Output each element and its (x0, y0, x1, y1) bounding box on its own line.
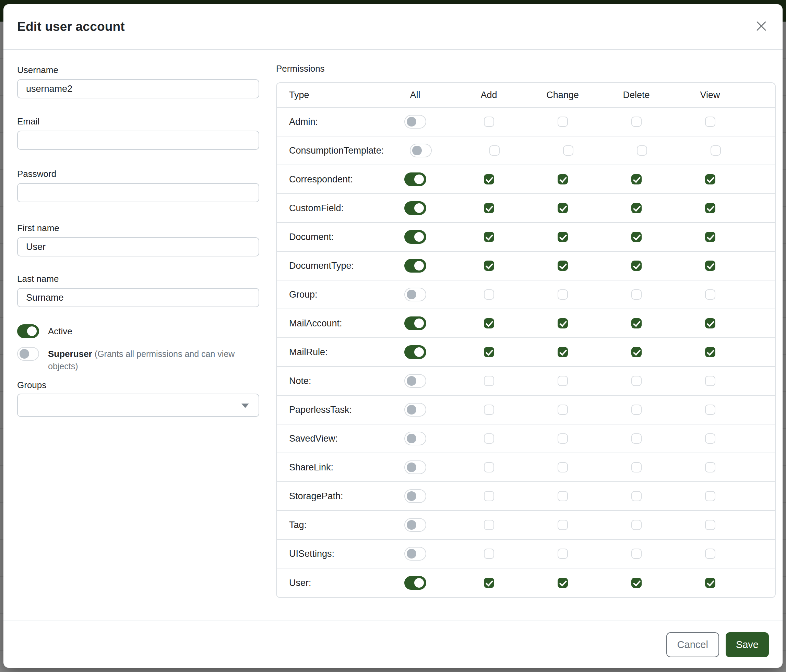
permission-delete-checkbox[interactable] (631, 261, 641, 271)
permission-change-checkbox[interactable] (558, 520, 568, 530)
permission-view-checkbox[interactable] (705, 261, 715, 271)
permission-change-checkbox[interactable] (558, 261, 568, 271)
permission-add-checkbox[interactable] (484, 462, 494, 473)
permission-delete-checkbox[interactable] (631, 232, 641, 242)
permission-view-checkbox[interactable] (705, 462, 715, 473)
permission-all-toggle[interactable] (404, 460, 426, 474)
permission-add-checkbox[interactable] (484, 318, 494, 328)
permission-delete-checkbox[interactable] (631, 318, 641, 328)
permission-change-checkbox[interactable] (558, 549, 568, 559)
permission-all-toggle[interactable] (404, 259, 426, 273)
permission-add-checkbox[interactable] (484, 549, 494, 559)
permission-change-checkbox[interactable] (558, 376, 568, 386)
permission-all-toggle[interactable] (404, 115, 426, 129)
email-input[interactable] (17, 130, 259, 150)
first-name-input[interactable] (17, 237, 259, 256)
permission-delete-checkbox[interactable] (631, 116, 641, 127)
permission-row: MailAccount: (277, 309, 775, 338)
permission-all-toggle[interactable] (404, 518, 426, 532)
permission-add-checkbox[interactable] (484, 376, 494, 386)
save-button[interactable]: Save (726, 632, 769, 657)
permissions-column-header: Delete (599, 90, 673, 100)
permission-view-checkbox[interactable] (705, 578, 715, 588)
permission-add-checkbox[interactable] (484, 347, 494, 357)
permission-delete-checkbox[interactable] (631, 347, 641, 357)
permission-change-checkbox[interactable] (558, 433, 568, 444)
permission-add-checkbox[interactable] (489, 145, 500, 155)
permission-change-checkbox[interactable] (558, 289, 568, 300)
permission-change-checkbox[interactable] (558, 174, 568, 184)
permission-view-checkbox[interactable] (705, 174, 715, 184)
password-input[interactable] (17, 183, 259, 202)
permission-add-checkbox[interactable] (484, 116, 494, 127)
permission-change-checkbox[interactable] (558, 116, 568, 127)
permission-all-toggle[interactable] (404, 374, 426, 388)
permission-all-toggle[interactable] (404, 230, 426, 244)
permission-add-checkbox[interactable] (484, 203, 494, 213)
permission-all-toggle[interactable] (404, 345, 426, 359)
permission-all-toggle[interactable] (404, 432, 426, 445)
groups-select[interactable] (17, 394, 259, 417)
permission-delete-checkbox[interactable] (631, 549, 641, 559)
permission-add-checkbox[interactable] (484, 289, 494, 300)
cancel-button[interactable]: Cancel (666, 632, 719, 657)
permission-view-checkbox[interactable] (705, 232, 715, 242)
permission-view-checkbox[interactable] (705, 289, 715, 300)
permission-view-checkbox[interactable] (705, 520, 715, 530)
permission-change-checkbox[interactable] (558, 462, 568, 473)
permission-view-checkbox[interactable] (705, 203, 715, 213)
permission-add-checkbox[interactable] (484, 174, 494, 184)
permission-delete-checkbox[interactable] (631, 203, 641, 213)
permission-delete-checkbox[interactable] (631, 462, 641, 473)
permission-change-checkbox[interactable] (558, 203, 568, 213)
permission-view-checkbox[interactable] (705, 549, 715, 559)
permission-delete-checkbox[interactable] (631, 520, 641, 530)
permission-add-checkbox[interactable] (484, 232, 494, 242)
permission-view-checkbox[interactable] (705, 376, 715, 386)
permission-delete-checkbox[interactable] (637, 145, 647, 155)
permission-delete-checkbox[interactable] (631, 491, 641, 501)
close-button[interactable] (754, 19, 769, 34)
permission-add-checkbox[interactable] (484, 491, 494, 501)
permission-view-checkbox[interactable] (711, 145, 721, 155)
permission-delete-checkbox[interactable] (631, 405, 641, 415)
permission-delete-checkbox[interactable] (631, 578, 641, 588)
permission-delete-checkbox[interactable] (631, 289, 641, 300)
permission-change-checkbox[interactable] (558, 491, 568, 501)
permission-add-checkbox[interactable] (484, 261, 494, 271)
permission-delete-checkbox[interactable] (631, 376, 641, 386)
permission-add-checkbox[interactable] (484, 405, 494, 415)
permission-view-checkbox[interactable] (705, 347, 715, 357)
permission-all-toggle[interactable] (404, 173, 426, 186)
superuser-toggle[interactable] (17, 347, 39, 361)
permission-all-toggle[interactable] (410, 144, 432, 157)
permission-delete-checkbox[interactable] (631, 174, 641, 184)
permission-change-checkbox[interactable] (558, 405, 568, 415)
permission-change-checkbox[interactable] (558, 578, 568, 588)
permission-view-checkbox[interactable] (705, 116, 715, 127)
permission-all-toggle[interactable] (404, 576, 426, 590)
permission-view-checkbox[interactable] (705, 433, 715, 444)
permission-add-checkbox[interactable] (484, 578, 494, 588)
permission-view-checkbox[interactable] (705, 318, 715, 328)
username-input[interactable] (17, 79, 259, 98)
last-name-input[interactable] (17, 288, 259, 307)
permission-delete-checkbox[interactable] (631, 433, 641, 444)
permission-change-checkbox[interactable] (558, 318, 568, 328)
permission-view-checkbox[interactable] (705, 491, 715, 501)
permission-change-checkbox[interactable] (558, 232, 568, 242)
permission-row: Correspondent: (277, 165, 775, 194)
permission-all-toggle[interactable] (404, 288, 426, 301)
permissions-table: TypeAllAddChangeDeleteView Admin:Consump… (276, 82, 776, 598)
permission-all-toggle[interactable] (404, 489, 426, 503)
permission-view-checkbox[interactable] (705, 405, 715, 415)
active-toggle[interactable] (17, 324, 39, 338)
permission-add-checkbox[interactable] (484, 433, 494, 444)
permission-all-toggle[interactable] (404, 201, 426, 215)
permission-all-toggle[interactable] (404, 547, 426, 561)
permission-all-toggle[interactable] (404, 316, 426, 330)
permission-add-checkbox[interactable] (484, 520, 494, 530)
permission-change-checkbox[interactable] (563, 145, 574, 155)
permission-all-toggle[interactable] (404, 403, 426, 416)
permission-change-checkbox[interactable] (558, 347, 568, 357)
